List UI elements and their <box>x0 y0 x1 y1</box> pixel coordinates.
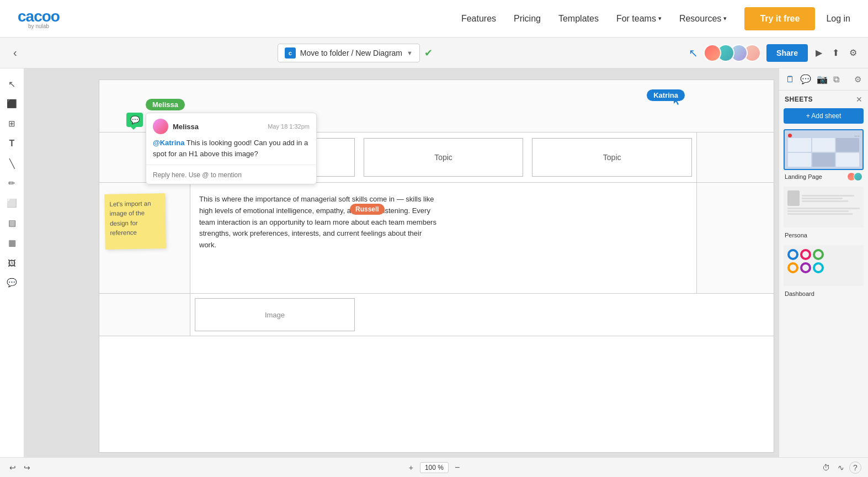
wireframe-content-right <box>696 183 774 293</box>
login-link[interactable]: Log in <box>826 14 850 24</box>
sheet-thumb-landing: ··· <box>784 129 864 170</box>
katrina-user-tag: Katrina <box>647 89 685 101</box>
undo-button[interactable]: ↩ <box>7 462 19 474</box>
add-sheet-button[interactable]: + Add sheet <box>784 108 864 124</box>
tool-comment[interactable]: 💬 <box>3 274 21 292</box>
navbar: cacoo by nulab Features Pricing Template… <box>0 0 868 38</box>
sheet-thumb-persona <box>784 187 864 227</box>
tab-comment-icon[interactable]: 💬 <box>799 73 812 86</box>
zoom-display[interactable]: 100 % <box>420 462 449 473</box>
topic-box-2[interactable]: Topic <box>364 138 524 177</box>
avatar-1 <box>704 44 721 62</box>
sheet-name-persona: Persona <box>785 232 807 239</box>
bottom-toolbar: ↩ ↪ + 100 % − ⏱ ∿ ? <box>0 457 868 477</box>
cursor-pointer-icon: ↖ <box>689 46 698 60</box>
sheet-name-dashboard: Dashboard <box>785 290 814 297</box>
russell-user-tag: Russell <box>350 204 385 215</box>
sheets-title: SHEETS <box>785 96 813 103</box>
sheet-avatars-landing <box>849 172 862 181</box>
logo[interactable]: cacoo by nulab <box>18 8 60 29</box>
comment-avatar <box>153 119 168 134</box>
tool-table[interactable]: ⬛ <box>3 95 21 113</box>
toolbar-right: ↖ Share ▶ ⬆ ⚙ <box>689 44 859 62</box>
add-element-button[interactable]: + <box>406 462 417 474</box>
nav-resources[interactable]: Resources ▾ <box>679 14 727 24</box>
history-button[interactable]: ⏱ <box>819 462 833 474</box>
bottom-toolbar-right: ⏱ ∿ ? <box>819 462 861 474</box>
sheet-thumb-dashboard <box>784 245 864 286</box>
sheet-item-dashboard[interactable]: Dashboard <box>784 245 864 298</box>
sheet-name-landing: Landing Page <box>785 173 822 180</box>
tool-shape[interactable]: ⬜ <box>3 194 21 212</box>
comment-mention[interactable]: @Katrina <box>153 139 184 147</box>
tab-page-icon[interactable]: 🗒 <box>785 73 796 86</box>
play-button[interactable]: ▶ <box>813 45 824 60</box>
left-tool-panel: ↖ ⬛ ⊞ T ╲ ✏ ⬜ ▤ ▦ 🖼 💬 <box>0 68 24 457</box>
more-settings-button[interactable]: ⚙ <box>847 45 859 60</box>
tool-select[interactable]: ↖ <box>3 75 21 93</box>
sheet-item-persona[interactable]: Persona <box>784 187 864 240</box>
graph-button[interactable]: ∿ <box>835 462 847 474</box>
tool-line[interactable]: ╲ <box>3 155 21 172</box>
wireframe-right-col <box>696 132 774 182</box>
wireframe-image-row: Image <box>99 294 774 336</box>
right-panel: 🗒 💬 📷 ⧉ ⚙ SHEETS ✕ + Add sheet ··· <box>779 68 868 457</box>
comment-reply-area <box>146 165 316 184</box>
nav-for-teams[interactable]: For teams ▾ <box>616 14 662 24</box>
workspace: ↖ ⬛ ⊞ T ╲ ✏ ⬜ ▤ ▦ 🖼 💬 💬 Melissa <box>0 68 868 457</box>
sheet-item-landing-page[interactable]: ··· Landing Page <box>784 129 864 181</box>
sheets-close-button[interactable]: ✕ <box>856 95 862 104</box>
diagram-toolbar: ‹ c Move to folder / New Diagram ▼ ✔ ↖ S… <box>0 38 868 68</box>
image-placeholder[interactable]: Image <box>195 298 355 331</box>
redo-button[interactable]: ↪ <box>21 462 33 474</box>
path-dropdown-arrow: ▼ <box>407 50 413 56</box>
main-area: ‹ c Move to folder / New Diagram ▼ ✔ ↖ S… <box>0 38 868 477</box>
sheets-section: SHEETS ✕ + Add sheet ··· <box>779 91 868 304</box>
back-button[interactable]: ‹ <box>9 44 22 61</box>
tool-image[interactable]: 🖼 <box>3 254 21 272</box>
nav-templates[interactable]: Templates <box>558 14 599 24</box>
sheet-thumb-red-dot <box>788 134 792 137</box>
sheets-header: SHEETS ✕ <box>779 91 868 108</box>
content-body-text: This is where the importance of manageri… <box>199 194 436 251</box>
share-button[interactable]: Share <box>766 44 808 62</box>
cacoo-icon: c <box>285 47 296 59</box>
avatar-group <box>704 44 761 62</box>
nav-pricing[interactable]: Pricing <box>514 14 541 24</box>
zoom-out-button[interactable]: − <box>452 461 462 474</box>
wireframe-image-left <box>99 294 190 336</box>
sheet-label-persona: Persona <box>784 227 864 240</box>
comment-bubble-icon[interactable]: 💬 <box>126 113 143 127</box>
for-teams-chevron: ▾ <box>658 15 662 22</box>
comment-username: Melissa <box>173 123 199 131</box>
melissa-user-tag: Melissa <box>146 99 185 110</box>
export-button[interactable]: ⬆ <box>830 45 842 60</box>
tool-text[interactable]: T <box>3 135 21 152</box>
help-button[interactable]: ? <box>849 462 861 474</box>
bottom-toolbar-center: + 100 % − <box>406 461 463 474</box>
topic-box-3[interactable]: Topic <box>532 138 692 177</box>
comment-body: @Katrina This is looking good! Can you a… <box>146 136 316 165</box>
sticky-note[interactable]: Let's import an image of the design for … <box>104 193 166 250</box>
diagram-path[interactable]: c Move to folder / New Diagram ▼ <box>278 44 420 62</box>
logo-sub: by nulab <box>18 23 60 29</box>
wireframe-content-main: This is where the importance of manageri… <box>190 183 696 293</box>
wireframe-content-row: Let's import an image of the design for … <box>99 183 774 294</box>
tab-video-icon[interactable]: 📷 <box>816 73 829 86</box>
tab-settings-icon[interactable]: ⚙ <box>853 73 862 86</box>
try-it-free-button[interactable]: Try it free <box>744 7 815 30</box>
tool-grid[interactable]: ⊞ <box>3 115 21 132</box>
tool-chart[interactable]: ▦ <box>3 234 21 252</box>
resources-chevron: ▾ <box>723 15 727 22</box>
comment-box: Melissa May 18 1:32pm @Katrina This is l… <box>146 113 317 184</box>
tool-pen[interactable]: ✏ <box>3 174 21 192</box>
tab-layers-icon[interactable]: ⧉ <box>832 73 840 86</box>
nav-links: Features Pricing Templates For teams ▾ R… <box>461 14 727 24</box>
comment-timestamp: May 18 1:32pm <box>268 123 310 130</box>
tool-layout[interactable]: ▤ <box>3 214 21 232</box>
bottom-toolbar-left: ↩ ↪ <box>7 462 33 474</box>
canvas-area: 💬 Melissa Melissa May 18 1:32pm @Katrina… <box>24 68 779 457</box>
comment-reply-input[interactable] <box>153 171 310 179</box>
comment-header: Melissa May 18 1:32pm <box>146 113 316 136</box>
nav-features[interactable]: Features <box>461 14 496 24</box>
